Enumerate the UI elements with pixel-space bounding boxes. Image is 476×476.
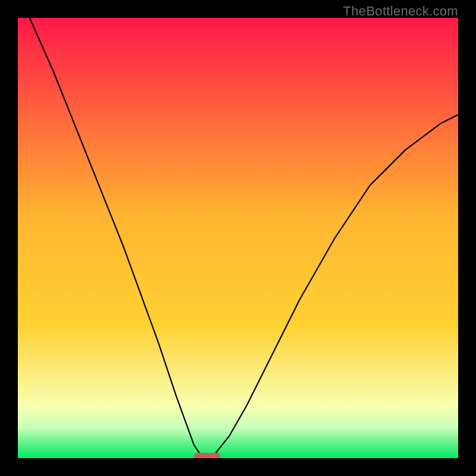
minimum-marker — [194, 453, 220, 458]
gradient-background — [18, 18, 458, 458]
watermark-text: TheBottleneck.com — [343, 4, 458, 19]
chart-frame: TheBottleneck.com — [0, 0, 476, 476]
bottleneck-chart — [18, 18, 458, 458]
plot-area — [18, 18, 458, 458]
